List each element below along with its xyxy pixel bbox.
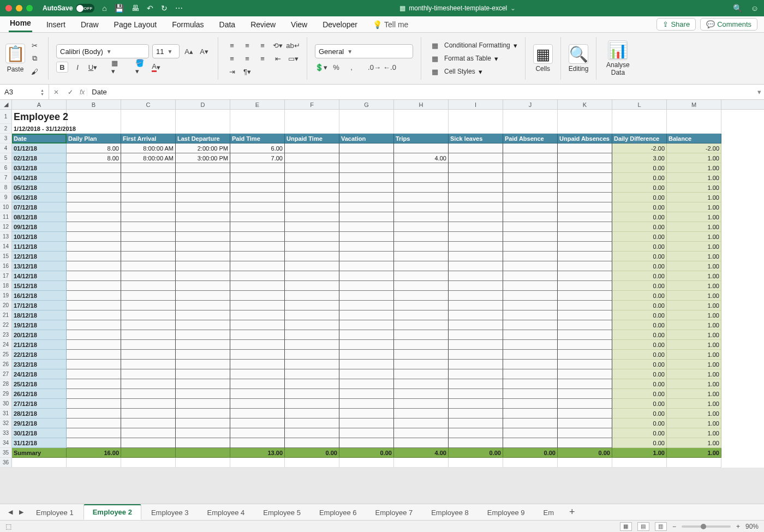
trips-cell[interactable]	[394, 291, 449, 301]
table-header[interactable]: Vacation	[339, 134, 394, 144]
unpaid-absence-cell[interactable]	[558, 252, 612, 261]
row-header[interactable]: 12	[0, 222, 12, 232]
sick-cell[interactable]	[449, 163, 503, 173]
departure-cell[interactable]	[176, 202, 230, 212]
sheet-tab-em[interactable]: Em	[535, 505, 563, 519]
vacation-cell[interactable]	[339, 163, 394, 173]
date-cell[interactable]: 30/12/18	[12, 428, 67, 438]
trips-cell[interactable]	[394, 369, 449, 379]
daily-diff-cell[interactable]: 0.00	[612, 419, 667, 428]
vacation-cell[interactable]	[339, 153, 394, 163]
column-header-J[interactable]: J	[503, 100, 558, 109]
cell[interactable]	[394, 458, 449, 468]
date-cell[interactable]: 12/12/18	[12, 252, 67, 261]
daily-plan-cell[interactable]	[67, 438, 121, 448]
row-header[interactable]: 29	[0, 389, 12, 399]
sheet-tab-employee-4[interactable]: Employee 4	[199, 505, 254, 519]
vacation-cell[interactable]	[339, 193, 394, 202]
normal-view-icon[interactable]: ▦	[620, 522, 632, 531]
paid-absence-cell[interactable]	[503, 399, 558, 409]
paid-absence-cell[interactable]	[503, 271, 558, 281]
fill-color-button[interactable]: 🪣▾	[135, 62, 147, 73]
paid-time-cell[interactable]	[230, 340, 285, 350]
row-header[interactable]: 13	[0, 232, 12, 242]
balance-cell[interactable]: 1.00	[667, 301, 721, 310]
paid-time-cell[interactable]	[230, 360, 285, 369]
conditional-formatting-button[interactable]: ▦Conditional Formatting ▾	[429, 40, 517, 51]
arrival-cell[interactable]	[121, 409, 176, 419]
cell[interactable]: 0.00	[339, 448, 394, 458]
departure-cell[interactable]	[176, 183, 230, 193]
row-header[interactable]: 5	[0, 153, 12, 163]
date-cell[interactable]: 27/12/18	[12, 399, 67, 409]
sick-cell[interactable]	[449, 360, 503, 369]
cell[interactable]	[449, 458, 503, 468]
balance-cell[interactable]: 1.00	[667, 173, 721, 183]
daily-diff-cell[interactable]: 0.00	[612, 379, 667, 389]
trips-cell[interactable]	[394, 232, 449, 242]
row-header[interactable]: 4	[0, 144, 12, 153]
cell[interactable]	[558, 110, 612, 124]
unpaid-absence-cell[interactable]	[558, 389, 612, 399]
vacation-cell[interactable]	[339, 320, 394, 330]
paid-time-cell[interactable]	[230, 330, 285, 340]
paid-absence-cell[interactable]	[503, 202, 558, 212]
daily-plan-cell[interactable]	[67, 232, 121, 242]
arrival-cell[interactable]	[121, 419, 176, 428]
unpaid-absence-cell[interactable]	[558, 222, 612, 232]
cell[interactable]	[67, 458, 121, 468]
departure-cell[interactable]	[176, 310, 230, 320]
orientation-icon[interactable]: ⟲▾	[272, 40, 284, 51]
arrival-cell[interactable]	[121, 330, 176, 340]
balance-cell[interactable]: 1.00	[667, 340, 721, 350]
daily-plan-cell[interactable]	[67, 173, 121, 183]
ribbon-tab-data[interactable]: Data	[218, 18, 237, 32]
vacation-cell[interactable]	[339, 144, 394, 153]
date-cell[interactable]: 23/12/18	[12, 360, 67, 369]
cell[interactable]	[121, 458, 176, 468]
date-cell[interactable]: 06/12/18	[12, 193, 67, 202]
increase-decimal-icon[interactable]: .0→	[368, 62, 380, 73]
unpaid-time-cell[interactable]	[285, 252, 339, 261]
daily-diff-cell[interactable]: -2.00	[612, 144, 667, 153]
departure-cell[interactable]	[176, 193, 230, 202]
ribbon-tab-draw[interactable]: Draw	[80, 18, 100, 32]
vacation-cell[interactable]	[339, 301, 394, 310]
table-header[interactable]: Paid Time	[230, 134, 285, 144]
row-header[interactable]: 8	[0, 183, 12, 193]
daily-plan-cell[interactable]: 8.00	[67, 153, 121, 163]
daily-plan-cell[interactable]: 8.00	[67, 144, 121, 153]
analyse-group[interactable]: 📊 Analyse Data	[604, 40, 631, 76]
zoom-slider[interactable]	[682, 525, 731, 528]
unpaid-absence-cell[interactable]	[558, 399, 612, 409]
ribbon-tab-review[interactable]: Review	[249, 18, 277, 32]
daily-plan-cell[interactable]	[67, 389, 121, 399]
unpaid-absence-cell[interactable]	[558, 301, 612, 310]
zoom-level[interactable]: 90%	[745, 523, 759, 530]
daily-plan-cell[interactable]	[67, 399, 121, 409]
cell[interactable]	[612, 124, 667, 134]
trips-cell[interactable]	[394, 301, 449, 310]
sheet-tab-employee-3[interactable]: Employee 3	[142, 505, 198, 519]
daily-plan-cell[interactable]	[67, 301, 121, 310]
paid-time-cell[interactable]	[230, 271, 285, 281]
daily-plan-cell[interactable]	[67, 379, 121, 389]
trips-cell[interactable]	[394, 261, 449, 271]
bold-button[interactable]: B	[56, 62, 68, 73]
row-header[interactable]: 25	[0, 350, 12, 360]
paid-absence-cell[interactable]	[503, 144, 558, 153]
cell[interactable]: 13.00	[230, 448, 285, 458]
balance-cell[interactable]: 1.00	[667, 183, 721, 193]
balance-cell[interactable]: 1.00	[667, 330, 721, 340]
paid-absence-cell[interactable]	[503, 379, 558, 389]
unpaid-time-cell[interactable]	[285, 428, 339, 438]
arrival-cell[interactable]	[121, 438, 176, 448]
row-header[interactable]: 33	[0, 428, 12, 438]
balance-cell[interactable]: 1.00	[667, 369, 721, 379]
table-header[interactable]: Sick leaves	[449, 134, 503, 144]
arrival-cell[interactable]	[121, 212, 176, 222]
unpaid-time-cell[interactable]	[285, 301, 339, 310]
arrival-cell[interactable]	[121, 183, 176, 193]
date-cell[interactable]: 01/12/18	[12, 144, 67, 153]
tell-me[interactable]: 💡 Tell me	[372, 18, 409, 32]
